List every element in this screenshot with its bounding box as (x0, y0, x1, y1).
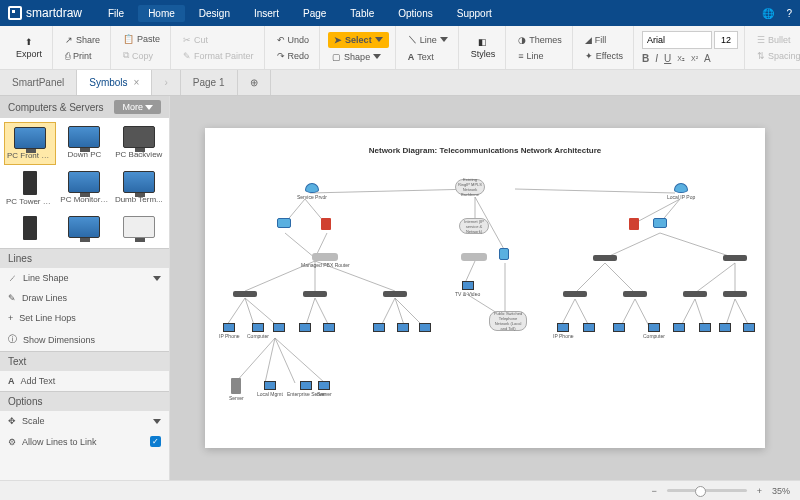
scale-row[interactable]: ✥Scale (0, 411, 169, 431)
node-router[interactable] (499, 248, 509, 260)
node-pc[interactable] (373, 323, 385, 332)
underline-button[interactable]: U (664, 53, 671, 64)
node-switch[interactable] (723, 255, 747, 261)
font-color-button[interactable]: A (704, 53, 711, 64)
symbol-dumb-term[interactable]: Dumb Term... (113, 167, 165, 210)
tab-symbols[interactable]: Symbols× (77, 70, 152, 95)
close-icon[interactable]: × (134, 77, 140, 88)
node-cloud[interactable]: Existing RingIP MPLS Network Backbone (455, 179, 485, 195)
zoom-in-button[interactable]: + (757, 486, 762, 496)
format-painter-button[interactable]: ✎Format Painter (179, 49, 258, 63)
node-pc[interactable] (419, 323, 431, 332)
add-page-button[interactable]: ⊕ (238, 70, 271, 95)
node-pc[interactable] (699, 323, 711, 332)
cut-button[interactable]: ✂Cut (179, 33, 258, 47)
line-style-button[interactable]: ≡Line (514, 49, 566, 63)
node-pc[interactable] (299, 323, 311, 332)
symbol-down-pc[interactable]: Down PC (58, 122, 110, 165)
node-switch[interactable] (593, 255, 617, 261)
node-cylinder[interactable]: Service Prvdr (297, 183, 327, 200)
symbol-item[interactable] (4, 212, 56, 244)
symbol-pc-tower[interactable]: PC Tower B... (4, 167, 56, 210)
node-cloud[interactable]: Internet (IP service & Network) (459, 218, 489, 234)
node-cylinder[interactable]: Local IP Pop (667, 183, 695, 200)
node-pc[interactable]: Server (317, 381, 332, 397)
menu-support[interactable]: Support (447, 5, 502, 22)
tab-smartpanel[interactable]: SmartPanel (0, 70, 77, 95)
zoom-slider[interactable] (667, 489, 747, 492)
styles-button[interactable]: ◧Styles (467, 37, 500, 59)
effects-button[interactable]: ✦Effects (581, 49, 627, 63)
line-shape-row[interactable]: ⟋Line Shape (0, 268, 169, 288)
subscript-button[interactable]: X₂ (677, 55, 685, 63)
fill-button[interactable]: ◢Fill (581, 33, 627, 47)
node-firewall[interactable] (629, 218, 639, 230)
checkbox-checked-icon[interactable]: ✓ (150, 436, 161, 447)
node-pc[interactable] (583, 323, 595, 332)
italic-button[interactable]: I (655, 53, 658, 64)
symbol-pc-front[interactable]: PC Front Vi... (4, 122, 56, 165)
node-switch[interactable] (623, 291, 647, 297)
add-text-row[interactable]: AAdd Text (0, 371, 169, 391)
node-router[interactable] (653, 218, 667, 228)
node-cloud[interactable]: Public Switched Telephone Network (Local… (489, 311, 527, 331)
symbol-pc-backview[interactable]: PC Backview (113, 122, 165, 165)
node-pc[interactable]: Computer (247, 323, 269, 339)
font-size-input[interactable] (714, 31, 738, 49)
tab-page-1[interactable]: Page 1 (181, 70, 238, 95)
node-pc[interactable] (719, 323, 731, 332)
redo-button[interactable]: ↷Redo (273, 49, 314, 63)
text-tool[interactable]: AText (404, 50, 452, 64)
menu-page[interactable]: Page (293, 5, 336, 22)
node-pc[interactable] (673, 323, 685, 332)
draw-lines-row[interactable]: ✎Draw Lines (0, 288, 169, 308)
node-pc[interactable]: Local Mgmt (257, 381, 283, 397)
share-button[interactable]: ↗Share (61, 33, 104, 47)
help-icon[interactable]: ? (786, 8, 792, 19)
tab-nav-next[interactable]: › (152, 70, 180, 95)
node-pc[interactable] (323, 323, 335, 332)
node-switch[interactable] (723, 291, 747, 297)
print-button[interactable]: ⎙Print (61, 49, 104, 63)
copy-button[interactable]: ⧉Copy (119, 48, 164, 63)
node-pc[interactable]: IP Phone (219, 323, 239, 339)
themes-button[interactable]: ◑Themes (514, 33, 566, 47)
canvas-area[interactable]: Network Diagram: Telecommunications Netw… (170, 96, 800, 480)
menu-home[interactable]: Home (138, 5, 185, 22)
line-tool[interactable]: ＼Line (404, 31, 452, 48)
menu-insert[interactable]: Insert (244, 5, 289, 22)
more-button[interactable]: More (114, 100, 161, 114)
node-switch[interactable] (563, 291, 587, 297)
node-switch[interactable] (303, 291, 327, 297)
paste-button[interactable]: 📋Paste (119, 32, 164, 46)
symbol-item[interactable] (58, 212, 110, 244)
menu-design[interactable]: Design (189, 5, 240, 22)
node-pc[interactable] (397, 323, 409, 332)
symbol-pc-monitor[interactable]: PC Monitor ... (58, 167, 110, 210)
node-router[interactable] (277, 218, 291, 228)
font-family-input[interactable] (642, 31, 712, 49)
shape-tool[interactable]: ▢Shape (328, 50, 389, 64)
node-server-tower[interactable]: Server (229, 378, 244, 401)
superscript-button[interactable]: X² (691, 55, 698, 62)
menu-table[interactable]: Table (340, 5, 384, 22)
undo-button[interactable]: ↶Undo (273, 33, 314, 47)
node-server[interactable]: Managed PBX Router (301, 253, 350, 268)
menu-file[interactable]: File (98, 5, 134, 22)
allow-lines-link-row[interactable]: ⚙Allow Lines to Link✓ (0, 431, 169, 452)
node-pc[interactable]: IP Phone (553, 323, 573, 339)
node-pc[interactable]: Computer (643, 323, 665, 339)
dimensions-row[interactable]: ⓘShow Dimensions (0, 328, 169, 351)
node-pc[interactable] (613, 323, 625, 332)
line-hops-row[interactable]: +Set Line Hops (0, 308, 169, 328)
globe-icon[interactable]: 🌐 (762, 8, 774, 19)
menu-options[interactable]: Options (388, 5, 442, 22)
bold-button[interactable]: B (642, 53, 649, 64)
node-pc[interactable] (743, 323, 755, 332)
diagram-canvas[interactable]: Network Diagram: Telecommunications Netw… (205, 128, 765, 448)
node-server[interactable] (461, 253, 487, 261)
spacing-button[interactable]: ⇅Spacing (753, 49, 800, 63)
node-switch[interactable] (383, 291, 407, 297)
export-button[interactable]: ⬆Export (12, 37, 46, 59)
node-firewall[interactable] (321, 218, 331, 230)
